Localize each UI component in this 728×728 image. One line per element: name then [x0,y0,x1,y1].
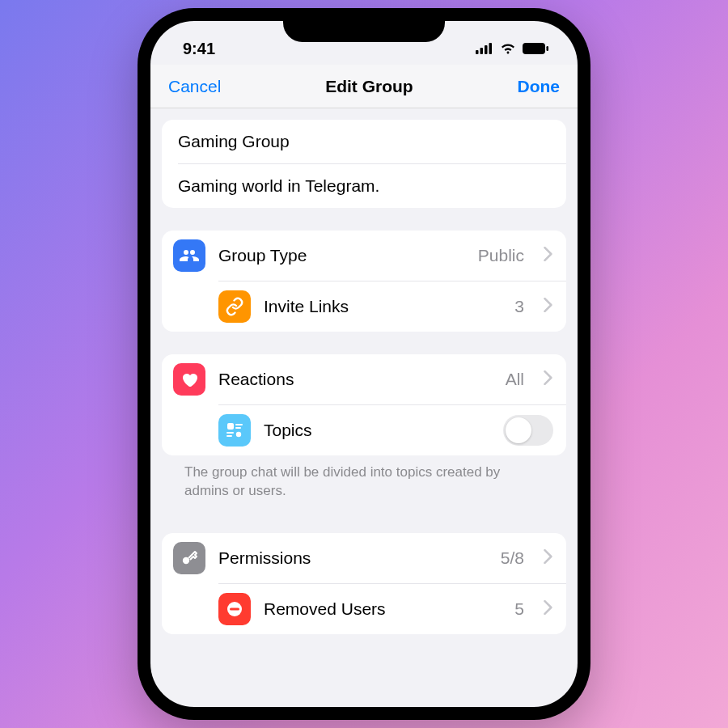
chevron-right-icon [544,298,553,315]
block-icon [218,593,251,625]
link-icon [218,290,251,323]
heart-icon [173,363,205,396]
reactions-value: All [506,370,524,389]
svg-rect-5 [547,46,549,51]
features-card: Reactions All Topics [162,354,566,455]
permissions-row[interactable]: Permissions 5/8 [162,533,566,583]
reactions-label: Reactions [218,370,493,389]
svg-rect-10 [230,607,239,610]
access-card: Group Type Public Invite Links 3 [162,231,566,332]
topics-icon [218,414,251,447]
done-button[interactable]: Done [518,77,561,96]
topics-row: Topics [218,404,566,455]
key-icon [173,542,205,574]
permissions-value: 5/8 [501,548,524,568]
chevron-right-icon [544,549,553,567]
invite-links-row[interactable]: Invite Links 3 [218,281,566,332]
svg-point-8 [183,557,189,564]
svg-rect-1 [480,48,484,54]
status-icons [476,40,548,58]
topics-note: The group chat will be divided into topi… [162,463,566,515]
removed-users-label: Removed Users [264,599,502,619]
group-type-value: Public [478,246,524,265]
removed-users-value: 5 [514,599,524,619]
chevron-right-icon [544,247,553,265]
svg-rect-6 [227,423,234,430]
topics-label: Topics [264,421,490,440]
admin-card: Permissions 5/8 Removed Users 5 [162,533,566,634]
svg-rect-2 [485,45,488,54]
content: Gaming Group Gaming world in Telegram. G… [150,108,578,634]
group-type-label: Group Type [218,246,465,265]
cellular-icon [476,40,493,58]
invite-links-label: Invite Links [264,297,502,316]
phone-frame: 9:41 Cancel Edit Group Done Gaming G [138,8,590,720]
navbar: Cancel Edit Group Done [150,65,578,108]
group-info-card: Gaming Group Gaming world in Telegram. [162,120,566,208]
notch [283,8,445,42]
battery-icon [523,40,548,58]
chevron-right-icon [544,370,553,388]
cancel-button[interactable]: Cancel [168,77,221,96]
page-title: Edit Group [325,77,413,96]
chevron-right-icon [544,600,553,618]
reactions-row[interactable]: Reactions All [162,354,566,404]
clock-label: 9:41 [183,40,215,58]
group-description-input[interactable]: Gaming world in Telegram. [178,163,566,208]
screen: 9:41 Cancel Edit Group Done Gaming G [150,21,578,707]
wifi-icon [499,40,517,58]
permissions-label: Permissions [218,548,488,568]
group-type-row[interactable]: Group Type Public [162,231,566,281]
invite-links-value: 3 [514,297,524,316]
svg-rect-4 [523,43,545,54]
svg-point-7 [236,432,241,437]
svg-rect-0 [476,50,479,54]
removed-users-row[interactable]: Removed Users 5 [218,583,566,634]
topics-toggle[interactable] [503,415,553,446]
group-name-input[interactable]: Gaming Group [162,120,566,163]
svg-rect-3 [489,43,493,54]
group-icon [173,239,205,272]
